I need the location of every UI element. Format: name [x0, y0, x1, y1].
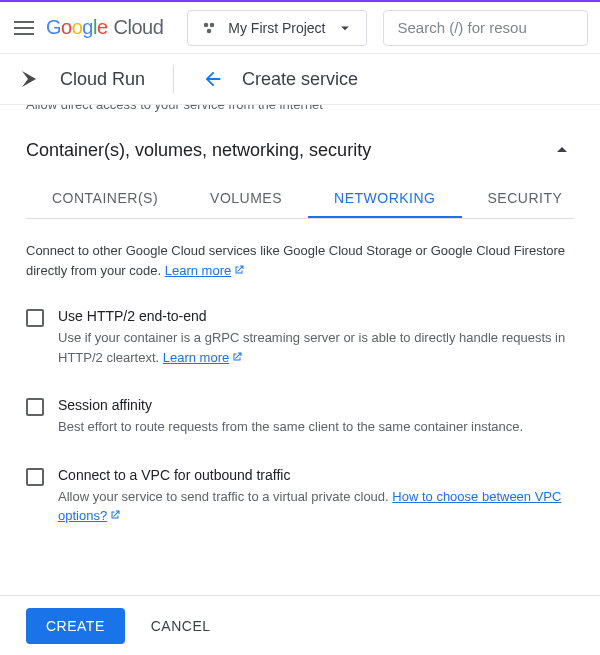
option-vpc-desc: Allow your service to send traffic to a …	[58, 487, 574, 526]
divider	[173, 65, 174, 93]
option-session-affinity: Session affinity Best effort to route re…	[26, 397, 574, 437]
tab-volumes[interactable]: VOLUMES	[184, 180, 308, 218]
checkbox-session-affinity[interactable]	[26, 398, 44, 416]
external-link-icon	[109, 509, 121, 521]
external-link-icon	[231, 351, 243, 363]
sub-header: Cloud Run Create service	[0, 54, 600, 104]
option-http2-desc: Use if your container is a gRPC streamin…	[58, 328, 574, 367]
intro-text: Connect to other Google Cloud services l…	[26, 241, 574, 280]
chevron-down-icon	[336, 19, 354, 37]
google-cloud-logo[interactable]: Google Cloud	[46, 16, 163, 39]
service-name[interactable]: Cloud Run	[60, 69, 145, 90]
intro-learn-more-link[interactable]: Learn more	[165, 263, 245, 278]
external-link-icon	[233, 264, 245, 276]
svg-point-0	[204, 22, 209, 27]
option-http2: Use HTTP/2 end-to-end Use if your contai…	[26, 308, 574, 367]
back-arrow-icon[interactable]	[202, 68, 224, 90]
checkbox-http2[interactable]	[26, 309, 44, 327]
svg-point-1	[210, 22, 215, 27]
search-placeholder: Search (/) for resou	[398, 19, 527, 36]
project-icon	[200, 19, 218, 37]
footer: CREATE CANCEL	[0, 595, 600, 655]
option-http2-label: Use HTTP/2 end-to-end	[58, 308, 574, 324]
cancel-button[interactable]: CANCEL	[147, 610, 215, 642]
project-name: My First Project	[228, 20, 325, 36]
option-affinity-desc: Best effort to route requests from the s…	[58, 417, 523, 437]
checkbox-vpc[interactable]	[26, 468, 44, 486]
top-bar: Google Cloud My First Project Search (/)…	[0, 2, 600, 54]
logo-cloud-text: Cloud	[114, 16, 164, 39]
create-button[interactable]: CREATE	[26, 608, 125, 644]
search-input[interactable]: Search (/) for resou	[383, 10, 588, 46]
section-title: Container(s), volumes, networking, secur…	[26, 140, 371, 161]
cutoff-text: Allow direct access to your service from…	[0, 104, 600, 112]
cloud-run-icon	[18, 67, 42, 91]
option-affinity-label: Session affinity	[58, 397, 523, 413]
tab-security[interactable]: SECURITY	[462, 180, 589, 218]
option-vpc-label: Connect to a VPC for outbound traffic	[58, 467, 574, 483]
tab-containers[interactable]: CONTAINER(S)	[26, 180, 184, 218]
project-picker[interactable]: My First Project	[187, 10, 366, 46]
svg-point-2	[207, 28, 212, 33]
option-vpc: Connect to a VPC for outbound traffic Al…	[26, 467, 574, 526]
chevron-up-icon	[550, 138, 574, 162]
main-content: Container(s), volumes, networking, secur…	[0, 112, 600, 526]
section-header[interactable]: Container(s), volumes, networking, secur…	[26, 138, 574, 162]
tabs: CONTAINER(S) VOLUMES NETWORKING SECURITY	[26, 180, 574, 219]
http2-learn-more-link[interactable]: Learn more	[163, 350, 243, 365]
tab-networking[interactable]: NETWORKING	[308, 180, 461, 218]
menu-icon[interactable]	[12, 16, 36, 40]
page-title: Create service	[242, 69, 358, 90]
